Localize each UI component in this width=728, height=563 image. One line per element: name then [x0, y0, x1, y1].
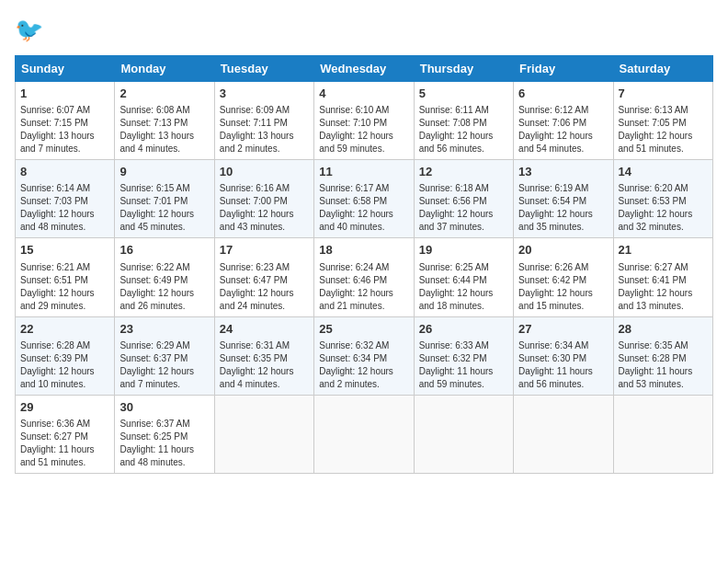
day-info: Sunrise: 6:32 AM Sunset: 6:34 PM Dayligh… — [319, 339, 408, 391]
calendar-day-cell — [414, 395, 513, 473]
calendar-day-cell: 30Sunrise: 6:37 AM Sunset: 6:25 PM Dayli… — [115, 395, 214, 473]
calendar-day-cell: 11Sunrise: 6:17 AM Sunset: 6:58 PM Dayli… — [314, 160, 414, 238]
day-info: Sunrise: 6:18 AM Sunset: 6:56 PM Dayligh… — [419, 182, 508, 234]
calendar-day-cell: 10Sunrise: 6:16 AM Sunset: 7:00 PM Dayli… — [214, 160, 313, 238]
day-number: 8 — [20, 164, 109, 180]
day-number: 26 — [419, 321, 508, 338]
calendar-day-cell: 1Sunrise: 6:07 AM Sunset: 7:15 PM Daylig… — [16, 82, 115, 160]
day-info: Sunrise: 6:26 AM Sunset: 6:42 PM Dayligh… — [518, 261, 608, 313]
weekday-header-cell: Sunday — [16, 56, 115, 82]
calendar-table: SundayMondayTuesdayWednesdayThursdayFrid… — [15, 55, 713, 474]
day-info: Sunrise: 6:07 AM Sunset: 7:15 PM Dayligh… — [20, 104, 109, 155]
day-number: 13 — [518, 164, 608, 180]
calendar-day-cell — [613, 395, 712, 473]
day-number: 11 — [319, 164, 408, 180]
day-info: Sunrise: 6:17 AM Sunset: 6:58 PM Dayligh… — [319, 182, 408, 234]
day-number: 9 — [119, 164, 209, 180]
day-number: 29 — [20, 399, 109, 416]
calendar-day-cell: 25Sunrise: 6:32 AM Sunset: 6:34 PM Dayli… — [314, 316, 414, 395]
day-number: 14 — [619, 164, 708, 180]
day-info: Sunrise: 6:14 AM Sunset: 7:03 PM Dayligh… — [20, 182, 109, 234]
calendar-day-cell: 12Sunrise: 6:18 AM Sunset: 6:56 PM Dayli… — [414, 160, 513, 238]
calendar-week-row: 15Sunrise: 6:21 AM Sunset: 6:51 PM Dayli… — [16, 238, 713, 316]
day-number: 2 — [119, 86, 209, 102]
calendar-day-cell: 5Sunrise: 6:11 AM Sunset: 7:08 PM Daylig… — [414, 82, 513, 160]
calendar-day-cell: 22Sunrise: 6:28 AM Sunset: 6:39 PM Dayli… — [16, 316, 115, 395]
calendar-day-cell: 29Sunrise: 6:36 AM Sunset: 6:27 PM Dayli… — [16, 395, 115, 473]
day-number: 20 — [518, 242, 608, 259]
calendar-week-row: 1Sunrise: 6:07 AM Sunset: 7:15 PM Daylig… — [16, 82, 713, 160]
day-info: Sunrise: 6:23 AM Sunset: 6:47 PM Dayligh… — [220, 261, 309, 313]
svg-text:🐦: 🐦 — [15, 16, 44, 44]
calendar-day-cell: 4Sunrise: 6:10 AM Sunset: 7:10 PM Daylig… — [314, 82, 414, 160]
calendar-day-cell: 20Sunrise: 6:26 AM Sunset: 6:42 PM Dayli… — [514, 238, 613, 316]
calendar-day-cell: 13Sunrise: 6:19 AM Sunset: 6:54 PM Dayli… — [514, 160, 613, 238]
calendar-body: 1Sunrise: 6:07 AM Sunset: 7:15 PM Daylig… — [16, 82, 713, 474]
calendar-day-cell: 9Sunrise: 6:15 AM Sunset: 7:01 PM Daylig… — [115, 160, 214, 238]
day-info: Sunrise: 6:37 AM Sunset: 6:25 PM Dayligh… — [119, 418, 209, 469]
calendar-day-cell: 2Sunrise: 6:08 AM Sunset: 7:13 PM Daylig… — [115, 82, 214, 160]
day-info: Sunrise: 6:10 AM Sunset: 7:10 PM Dayligh… — [319, 104, 408, 155]
weekday-header-cell: Friday — [514, 56, 613, 82]
calendar-day-cell: 7Sunrise: 6:13 AM Sunset: 7:05 PM Daylig… — [613, 82, 712, 160]
day-info: Sunrise: 6:36 AM Sunset: 6:27 PM Dayligh… — [20, 418, 109, 469]
day-info: Sunrise: 6:11 AM Sunset: 7:08 PM Dayligh… — [419, 104, 508, 155]
calendar-day-cell: 3Sunrise: 6:09 AM Sunset: 7:11 PM Daylig… — [214, 82, 313, 160]
calendar-day-cell: 6Sunrise: 6:12 AM Sunset: 7:06 PM Daylig… — [514, 82, 613, 160]
calendar-day-cell: 21Sunrise: 6:27 AM Sunset: 6:41 PM Dayli… — [613, 238, 712, 316]
day-info: Sunrise: 6:22 AM Sunset: 6:49 PM Dayligh… — [119, 261, 209, 313]
weekday-header-row: SundayMondayTuesdayWednesdayThursdayFrid… — [16, 56, 713, 82]
day-info: Sunrise: 6:31 AM Sunset: 6:35 PM Dayligh… — [220, 339, 309, 391]
day-number: 7 — [619, 86, 708, 102]
day-number: 28 — [619, 321, 708, 338]
day-info: Sunrise: 6:27 AM Sunset: 6:41 PM Dayligh… — [619, 261, 708, 313]
day-info: Sunrise: 6:15 AM Sunset: 7:01 PM Dayligh… — [119, 182, 209, 234]
day-number: 27 — [518, 321, 608, 338]
logo: 🐦 — [15, 15, 51, 48]
day-number: 16 — [119, 242, 209, 259]
day-number: 21 — [619, 242, 708, 259]
logo-icon: 🐦 — [15, 15, 48, 48]
day-info: Sunrise: 6:28 AM Sunset: 6:39 PM Dayligh… — [20, 339, 109, 391]
calendar-week-row: 22Sunrise: 6:28 AM Sunset: 6:39 PM Dayli… — [16, 316, 713, 395]
day-info: Sunrise: 6:24 AM Sunset: 6:46 PM Dayligh… — [319, 261, 408, 313]
calendar-day-cell: 8Sunrise: 6:14 AM Sunset: 7:03 PM Daylig… — [16, 160, 115, 238]
calendar-day-cell: 14Sunrise: 6:20 AM Sunset: 6:53 PM Dayli… — [613, 160, 712, 238]
day-number: 12 — [419, 164, 508, 180]
calendar-day-cell: 23Sunrise: 6:29 AM Sunset: 6:37 PM Dayli… — [115, 316, 214, 395]
day-number: 15 — [20, 242, 109, 259]
day-number: 6 — [518, 86, 608, 102]
day-number: 24 — [220, 321, 309, 338]
day-info: Sunrise: 6:19 AM Sunset: 6:54 PM Dayligh… — [518, 182, 608, 234]
weekday-header-cell: Saturday — [613, 56, 712, 82]
day-number: 1 — [20, 86, 109, 102]
weekday-header-cell: Monday — [115, 56, 214, 82]
day-info: Sunrise: 6:33 AM Sunset: 6:32 PM Dayligh… — [419, 339, 508, 391]
calendar-day-cell: 27Sunrise: 6:34 AM Sunset: 6:30 PM Dayli… — [514, 316, 613, 395]
calendar-day-cell: 19Sunrise: 6:25 AM Sunset: 6:44 PM Dayli… — [414, 238, 513, 316]
calendar-day-cell: 24Sunrise: 6:31 AM Sunset: 6:35 PM Dayli… — [214, 316, 313, 395]
calendar-day-cell — [314, 395, 414, 473]
calendar-day-cell: 16Sunrise: 6:22 AM Sunset: 6:49 PM Dayli… — [115, 238, 214, 316]
day-info: Sunrise: 6:08 AM Sunset: 7:13 PM Dayligh… — [119, 104, 209, 155]
calendar-day-cell: 26Sunrise: 6:33 AM Sunset: 6:32 PM Dayli… — [414, 316, 513, 395]
day-number: 17 — [220, 242, 309, 259]
day-number: 10 — [220, 164, 309, 180]
calendar-day-cell: 18Sunrise: 6:24 AM Sunset: 6:46 PM Dayli… — [314, 238, 414, 316]
day-info: Sunrise: 6:09 AM Sunset: 7:11 PM Dayligh… — [220, 104, 309, 155]
calendar-day-cell: 15Sunrise: 6:21 AM Sunset: 6:51 PM Dayli… — [16, 238, 115, 316]
day-info: Sunrise: 6:35 AM Sunset: 6:28 PM Dayligh… — [619, 339, 708, 391]
calendar-day-cell — [214, 395, 313, 473]
day-number: 19 — [419, 242, 508, 259]
day-info: Sunrise: 6:12 AM Sunset: 7:06 PM Dayligh… — [518, 104, 608, 155]
day-number: 23 — [119, 321, 209, 338]
day-info: Sunrise: 6:29 AM Sunset: 6:37 PM Dayligh… — [119, 339, 209, 391]
day-info: Sunrise: 6:25 AM Sunset: 6:44 PM Dayligh… — [419, 261, 508, 313]
day-number: 22 — [20, 321, 109, 338]
calendar-week-row: 29Sunrise: 6:36 AM Sunset: 6:27 PM Dayli… — [16, 395, 713, 473]
day-info: Sunrise: 6:13 AM Sunset: 7:05 PM Dayligh… — [619, 104, 708, 155]
day-info: Sunrise: 6:21 AM Sunset: 6:51 PM Dayligh… — [20, 261, 109, 313]
calendar-day-cell: 17Sunrise: 6:23 AM Sunset: 6:47 PM Dayli… — [214, 238, 313, 316]
calendar-week-row: 8Sunrise: 6:14 AM Sunset: 7:03 PM Daylig… — [16, 160, 713, 238]
day-info: Sunrise: 6:34 AM Sunset: 6:30 PM Dayligh… — [518, 339, 608, 391]
